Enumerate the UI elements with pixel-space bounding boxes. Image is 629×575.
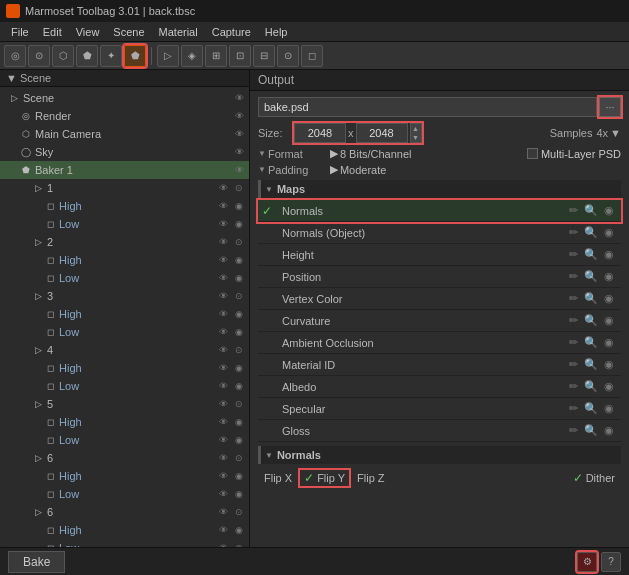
eye-g4h[interactable]: 👁 <box>216 361 230 375</box>
tree-item-g1-high[interactable]: ◻ High 👁 ◉ <box>0 197 249 215</box>
toolbar-btn-0[interactable]: ◎ <box>4 45 26 67</box>
dither-item[interactable]: ✓ Dither <box>573 471 615 485</box>
tree-item-group2[interactable]: ▷ 2 👁 ⊙ <box>0 233 249 251</box>
mid-search-icon[interactable]: 🔍 <box>583 357 599 373</box>
menu-help[interactable]: Help <box>258 22 295 41</box>
eye-g6a[interactable]: 👁 <box>216 451 230 465</box>
toolbar-btn-7[interactable]: ⊞ <box>205 45 227 67</box>
tree-item-baker[interactable]: ⬟ Baker 1 👁 <box>0 161 249 179</box>
tree-item-g5-low[interactable]: ◻ Low 👁 ◉ <box>0 431 249 449</box>
tree-item-g3-low[interactable]: ◻ Low 👁 ◉ <box>0 323 249 341</box>
normals-edit-icon[interactable]: ✏ <box>565 203 581 219</box>
gloss-edit-icon[interactable]: ✏ <box>565 423 581 439</box>
h-search-icon[interactable]: 🔍 <box>583 247 599 263</box>
curv-edit-icon[interactable]: ✏ <box>565 313 581 329</box>
eye-g6b[interactable]: 👁 <box>216 505 230 519</box>
settings-icon-btn[interactable]: ⚙ <box>577 552 597 572</box>
vis-g5[interactable]: ⊙ <box>232 397 246 411</box>
vis-g2l[interactable]: ◉ <box>232 271 246 285</box>
menu-view[interactable]: View <box>69 22 107 41</box>
toolbar-btn-baker[interactable]: ⬟ <box>124 45 146 67</box>
mid-sphere-icon[interactable]: ◉ <box>601 357 617 373</box>
samples-dropdown[interactable]: 4x ▼ <box>596 127 621 139</box>
toolbar-btn-4[interactable]: ✦ <box>100 45 122 67</box>
toolbar-btn-9[interactable]: ⊟ <box>253 45 275 67</box>
normals-sphere-icon[interactable]: ◉ <box>601 203 617 219</box>
vis-g6a[interactable]: ⊙ <box>232 451 246 465</box>
eye-g4[interactable]: 👁 <box>216 343 230 357</box>
eye-icon-camera[interactable]: 👁 <box>232 127 246 141</box>
mid-edit-icon[interactable]: ✏ <box>565 357 581 373</box>
ao-search-icon[interactable]: 🔍 <box>583 335 599 351</box>
vis-g4h[interactable]: ◉ <box>232 361 246 375</box>
spec-sphere-icon[interactable]: ◉ <box>601 401 617 417</box>
eye-g5[interactable]: 👁 <box>216 397 230 411</box>
map-row-position[interactable]: ✓ Position ✏ 🔍 ◉ <box>258 266 621 288</box>
h-edit-icon[interactable]: ✏ <box>565 247 581 263</box>
map-row-material-id[interactable]: ✓ Material ID ✏ 🔍 ◉ <box>258 354 621 376</box>
vis-g2h[interactable]: ◉ <box>232 253 246 267</box>
spinner-down[interactable]: ▼ <box>411 133 421 142</box>
vis-g2[interactable]: ⊙ <box>232 235 246 249</box>
tree-item-g2-low[interactable]: ◻ Low 👁 ◉ <box>0 269 249 287</box>
map-row-normals-object[interactable]: ✓ Normals (Object) ✏ 🔍 ◉ <box>258 222 621 244</box>
ao-sphere-icon[interactable]: ◉ <box>601 335 617 351</box>
bake-button[interactable]: Bake <box>8 551 65 573</box>
eye-g6al[interactable]: 👁 <box>216 487 230 501</box>
tree-item-group1[interactable]: ▷ 1 👁 ⊙ <box>0 179 249 197</box>
toolbar-btn-2[interactable]: ⬡ <box>52 45 74 67</box>
tree-item-g5-high[interactable]: ◻ High 👁 ◉ <box>0 413 249 431</box>
toolbar-btn-1[interactable]: ⊙ <box>28 45 50 67</box>
toolbar-btn-8[interactable]: ⊡ <box>229 45 251 67</box>
map-row-curvature[interactable]: ✓ Curvature ✏ 🔍 ◉ <box>258 310 621 332</box>
map-row-height[interactable]: ✓ Height ✏ 🔍 ◉ <box>258 244 621 266</box>
tree-item-g6b-low[interactable]: ◻ Low 👁 ◉ <box>0 539 249 547</box>
flip-z-item[interactable]: Flip Z <box>357 472 385 484</box>
vis-g1h[interactable]: ◉ <box>232 199 246 213</box>
toolbar-btn-3[interactable]: ⬟ <box>76 45 98 67</box>
eye-g2l[interactable]: 👁 <box>216 271 230 285</box>
eye-icon-g1[interactable]: 👁 <box>216 181 230 195</box>
vis-g6b[interactable]: ⊙ <box>232 505 246 519</box>
normals-search-icon[interactable]: 🔍 <box>583 203 599 219</box>
eye-g4l[interactable]: 👁 <box>216 379 230 393</box>
help-icon-btn[interactable]: ? <box>601 552 621 572</box>
vis-g4[interactable]: ⊙ <box>232 343 246 357</box>
vis-g6al[interactable]: ◉ <box>232 487 246 501</box>
tree-item-g4-low[interactable]: ◻ Low 👁 ◉ <box>0 377 249 395</box>
h-sphere-icon[interactable]: ◉ <box>601 247 617 263</box>
tree-item-g6a-low[interactable]: ◻ Low 👁 ◉ <box>0 485 249 503</box>
more-icon-g1[interactable]: ⊙ <box>232 181 246 195</box>
toolbar-btn-11[interactable]: ◻ <box>301 45 323 67</box>
vis-g1l[interactable]: ◉ <box>232 217 246 231</box>
eye-g3l[interactable]: 👁 <box>216 325 230 339</box>
eye-g1h[interactable]: 👁 <box>216 199 230 213</box>
eye-g2[interactable]: 👁 <box>216 235 230 249</box>
normals-sub-header[interactable]: ▼ Normals <box>258 446 621 464</box>
map-row-vertex-color[interactable]: ✓ Vertex Color ✏ 🔍 ◉ <box>258 288 621 310</box>
tree-item-scene[interactable]: ▷ Scene 👁 <box>0 89 249 107</box>
map-row-gloss[interactable]: ✓ Gloss ✏ 🔍 ◉ <box>258 420 621 442</box>
eye-g3[interactable]: 👁 <box>216 289 230 303</box>
curv-search-icon[interactable]: 🔍 <box>583 313 599 329</box>
no-search-icon[interactable]: 🔍 <box>583 225 599 241</box>
menu-scene[interactable]: Scene <box>106 22 151 41</box>
eye-g6bl[interactable]: 👁 <box>216 541 230 547</box>
tree-item-group4[interactable]: ▷ 4 👁 ⊙ <box>0 341 249 359</box>
spec-edit-icon[interactable]: ✏ <box>565 401 581 417</box>
size-spinner[interactable]: ▲ ▼ <box>410 123 422 143</box>
curv-sphere-icon[interactable]: ◉ <box>601 313 617 329</box>
eye-g6ah[interactable]: 👁 <box>216 469 230 483</box>
toolbar-btn-6[interactable]: ◈ <box>181 45 203 67</box>
tree-item-g4-high[interactable]: ◻ High 👁 ◉ <box>0 359 249 377</box>
padding-dropdown[interactable]: ▼ Padding ▶ Moderate <box>258 163 386 176</box>
vis-g6bl[interactable]: ◉ <box>232 541 246 547</box>
alb-edit-icon[interactable]: ✏ <box>565 379 581 395</box>
vis-g4l[interactable]: ◉ <box>232 379 246 393</box>
tree-item-group6b[interactable]: ▷ 6 👁 ⊙ <box>0 503 249 521</box>
menu-capture[interactable]: Capture <box>205 22 258 41</box>
vis-g6bh[interactable]: ◉ <box>232 523 246 537</box>
tree-item-g6a-high[interactable]: ◻ High 👁 ◉ <box>0 467 249 485</box>
vis-g3l[interactable]: ◉ <box>232 325 246 339</box>
vc-sphere-icon[interactable]: ◉ <box>601 291 617 307</box>
